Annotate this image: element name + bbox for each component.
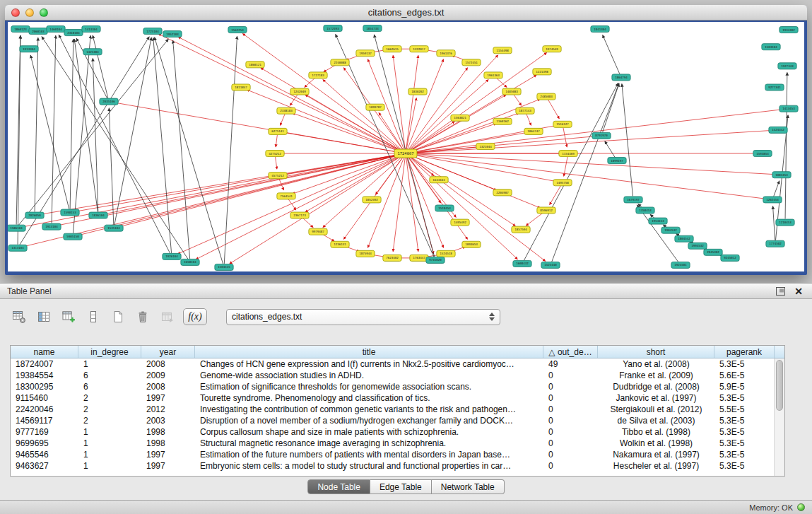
cell-name[interactable]: 9699695 <box>11 438 78 449</box>
graph-edge[interactable] <box>23 154 402 227</box>
show-columns-icon[interactable] <box>35 308 53 326</box>
graph-node[interactable]: 1503104 <box>762 44 780 50</box>
graph-node[interactable]: 1841304 <box>591 26 609 33</box>
graph-node[interactable]: 1994532 <box>688 243 707 249</box>
graph-node[interactable]: 2338183 <box>277 107 295 114</box>
cell-year[interactable]: 2012 <box>141 404 195 415</box>
graph-node[interactable]: 1413304 <box>82 26 100 33</box>
cell-short[interactable]: Nakamura et al. (1997) <box>598 449 714 460</box>
graph-node[interactable]: 1504515 <box>215 264 233 270</box>
graph-node[interactable]: 1658104 <box>181 259 199 265</box>
graph-edge[interactable] <box>774 181 779 197</box>
graph-edge[interactable] <box>279 179 284 190</box>
close-panel-icon[interactable]: ✕ <box>792 286 805 297</box>
graph-node[interactable]: 1518453 <box>435 205 454 211</box>
graph-node[interactable]: 1875944 <box>356 250 375 257</box>
cell-year[interactable]: 1998 <box>141 438 195 449</box>
cell-pagerank[interactable]: 5.3E-5 <box>714 460 775 472</box>
table-mode-icon[interactable] <box>10 308 28 326</box>
graph-edge[interactable] <box>153 37 172 253</box>
graph-node[interactable]: 1854733 <box>363 25 382 32</box>
cell-year[interactable]: 2009 <box>141 370 195 381</box>
graph-edge[interactable] <box>605 141 616 158</box>
graph-edge[interactable] <box>406 157 418 252</box>
cell-year[interactable]: 2008 <box>141 381 195 392</box>
graph-edge[interactable] <box>302 218 314 228</box>
graph-node[interactable]: 1959137 <box>356 50 375 57</box>
graph-node[interactable]: 1662615 <box>383 46 401 52</box>
graph-node[interactable]: 1495492 <box>451 219 469 226</box>
graph-node[interactable]: 1913304 <box>20 46 38 52</box>
graph-node[interactable]: 1572493 <box>324 25 342 32</box>
graph-edge[interactable] <box>173 40 190 259</box>
graph-edge[interactable] <box>563 128 567 147</box>
graph-node[interactable]: 1952103 <box>163 31 182 37</box>
graph-node[interactable]: 1160162 <box>493 118 512 124</box>
cell-title[interactable]: Changes of HCN gene expression and I(f) … <box>195 358 543 370</box>
graph-edge[interactable] <box>524 83 618 260</box>
cell-title[interactable]: Embryonic stem cells: a model to study s… <box>195 460 543 472</box>
graph-node[interactable]: 1608432 <box>513 260 531 267</box>
cell-out_degree[interactable]: 0 <box>543 426 598 438</box>
graph-node[interactable]: 1679197 <box>624 197 642 203</box>
graph-node[interactable]: 1774502 <box>766 240 784 247</box>
cell-pagerank[interactable]: 5.3E-5 <box>714 392 775 404</box>
graph-node[interactable]: 2485083 <box>537 93 555 100</box>
graph-edge[interactable] <box>408 68 468 151</box>
graph-node[interactable]: 1961376 <box>437 50 455 57</box>
graph-edge[interactable] <box>93 58 98 211</box>
cell-name[interactable]: 9465546 <box>11 449 78 460</box>
cell-name[interactable]: 9463627 <box>11 460 78 472</box>
cell-title[interactable]: Genome-wide association studies in ADHD. <box>195 370 543 381</box>
graph-node[interactable]: 2026050 <box>25 212 44 218</box>
cell-pagerank[interactable]: 5.3E-5 <box>714 449 775 460</box>
cell-in_degree[interactable]: 6 <box>78 370 141 381</box>
cell-short[interactable]: de Silva et al. (2003) <box>598 415 714 426</box>
cell-in_degree[interactable]: 2 <box>78 404 141 415</box>
column-header-name[interactable]: name <box>11 346 78 358</box>
table-row[interactable]: 969969511998Structural magnetic resonanc… <box>11 438 784 449</box>
function-builder-button[interactable]: f(x) <box>183 308 207 325</box>
graph-node[interactable]: 1974549 <box>543 46 561 52</box>
column-header-out_degree[interactable]: △ out_de… <box>543 346 598 358</box>
graph-edge[interactable] <box>375 156 404 194</box>
graph-edge[interactable] <box>109 108 113 225</box>
graph-edge[interactable] <box>409 155 497 190</box>
graph-node[interactable]: 9745020 <box>426 257 445 263</box>
cell-title[interactable]: Estimation of significance thresholds fo… <box>195 381 543 392</box>
graph-node[interactable]: 1064747 <box>524 128 543 134</box>
graph-node[interactable]: 1516127 <box>553 121 572 127</box>
graph-node[interactable]: 1924501 <box>671 262 690 268</box>
graph-edge[interactable] <box>406 98 416 150</box>
cell-name[interactable]: 9777169 <box>11 426 78 438</box>
cell-in_degree[interactable]: 1 <box>78 460 141 472</box>
cell-out_degree[interactable]: 0 <box>543 449 598 460</box>
delete-table-icon[interactable] <box>134 308 152 326</box>
tab-node-table[interactable]: Node Table <box>307 479 370 494</box>
graph-node[interactable]: 4575212 <box>269 173 287 179</box>
graph-node[interactable]: 1242049 <box>290 88 309 95</box>
graph-node[interactable]: 1083453 <box>772 172 791 178</box>
graph-node[interactable]: 1563821 <box>451 115 469 121</box>
graph-node[interactable]: 7623402 <box>383 255 401 261</box>
graph-edge[interactable] <box>76 154 402 211</box>
graph-node[interactable]: 9979487 <box>309 228 327 235</box>
graph-node[interactable]: 2318104 <box>64 30 83 36</box>
graph-edge[interactable] <box>93 35 108 98</box>
cell-year[interactable]: 1997 <box>141 460 195 472</box>
graph-hub-node[interactable]: 1724067 <box>394 149 417 158</box>
graph-node[interactable]: 7564541 <box>277 193 295 199</box>
graph-edge[interactable] <box>393 55 405 150</box>
graph-edge[interactable] <box>408 52 547 151</box>
column-header-year[interactable]: year <box>141 346 195 358</box>
row-tools-icon[interactable] <box>84 308 102 326</box>
table-row[interactable]: 2242004622012Investigating the contribut… <box>11 404 784 415</box>
graph-node[interactable]: 1830202 <box>408 88 427 95</box>
graph-node[interactable]: 1927343 <box>778 63 796 69</box>
graph-edge[interactable] <box>409 99 541 152</box>
column-header-pagerank[interactable]: pagerank <box>714 346 775 358</box>
graph-node[interactable]: 1525440 <box>541 262 560 268</box>
cell-short[interactable]: Dudbridge et al. (2008) <box>598 381 714 392</box>
cell-out_degree[interactable]: 0 <box>543 438 598 449</box>
graph-node[interactable]: 1899197 <box>608 158 626 164</box>
